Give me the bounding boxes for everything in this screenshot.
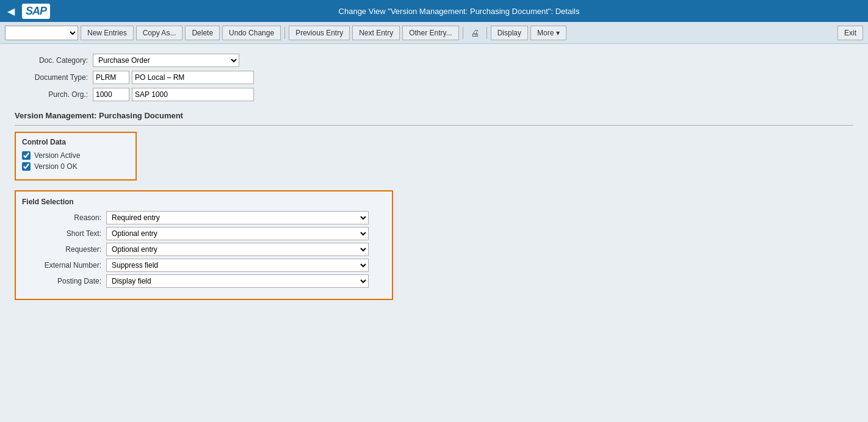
exit-button[interactable]: Exit (837, 26, 863, 40)
toolbar: New Entries Copy As... Delete Undo Chang… (0, 22, 868, 44)
doc-category-select[interactable]: Purchase Order (93, 54, 239, 67)
control-data-title: Control Data (22, 138, 126, 146)
previous-entry-button[interactable]: Previous Entry (289, 26, 350, 40)
field-selection-box: Field Selection Reason: Required entry O… (15, 190, 393, 300)
next-entry-button[interactable]: Next Entry (352, 26, 400, 40)
more-button[interactable]: More ▾ (530, 26, 566, 40)
undo-change-button[interactable]: Undo Change (222, 26, 281, 40)
version-0-ok-row: Version 0 OK (22, 162, 126, 171)
version-active-checkbox[interactable] (22, 151, 31, 160)
doc-category-label: Doc. Category: (15, 56, 88, 65)
section-divider (15, 125, 853, 126)
document-type-code[interactable]: PLRM (93, 71, 129, 84)
version-0-ok-label: Version 0 OK (34, 162, 78, 171)
control-data-box: Control Data Version Active Version 0 OK (15, 132, 137, 181)
version-active-row: Version Active (22, 151, 126, 160)
separator-1 (284, 27, 285, 39)
field-selection-title: Field Selection (22, 198, 382, 206)
document-type-desc[interactable]: PO Local – RM (132, 71, 254, 84)
doc-category-row: Doc. Category: Purchase Order (15, 54, 853, 67)
requester-label: Requester: (22, 245, 101, 254)
purch-org-code[interactable]: 1000 (93, 88, 129, 101)
external-number-select[interactable]: Required entry Optional entry Suppress f… (106, 259, 369, 272)
document-type-row: Document Type: PLRM PO Local – RM (15, 71, 853, 84)
title-bar: ◀ SAP Change View "Version Management: P… (0, 0, 868, 22)
short-text-row: Short Text: Required entry Optional entr… (22, 227, 382, 240)
toolbar-dropdown[interactable] (5, 26, 78, 40)
requester-select[interactable]: Required entry Optional entry Suppress f… (106, 243, 369, 256)
main-content: Doc. Category: Purchase Order Document T… (0, 44, 868, 422)
separator-2 (463, 27, 463, 39)
purch-org-label: Purch. Org.: (15, 90, 88, 99)
version-active-label: Version Active (34, 151, 80, 160)
other-entry-button[interactable]: Other Entry... (402, 26, 458, 40)
purch-org-desc[interactable]: SAP 1000 (132, 88, 254, 101)
display-button[interactable]: Display (491, 26, 528, 40)
back-button[interactable]: ◀ (7, 5, 15, 17)
reason-select[interactable]: Required entry Optional entry Suppress f… (106, 211, 369, 224)
delete-button[interactable]: Delete (185, 26, 220, 40)
posting-date-select[interactable]: Required entry Optional entry Suppress f… (106, 274, 369, 288)
reason-label: Reason: (22, 213, 101, 222)
new-entries-button[interactable]: New Entries (81, 26, 134, 40)
external-number-row: External Number: Required entry Optional… (22, 259, 382, 272)
version-0-ok-checkbox[interactable] (22, 162, 31, 171)
posting-date-row: Posting Date: Required entry Optional en… (22, 274, 382, 288)
posting-date-label: Posting Date: (22, 277, 101, 285)
copy-as-button[interactable]: Copy As... (136, 26, 183, 40)
purch-org-row: Purch. Org.: 1000 SAP 1000 (15, 88, 853, 101)
requester-row: Requester: Required entry Optional entry… (22, 243, 382, 256)
print-button[interactable]: 🖨 (467, 27, 483, 39)
form-section: Doc. Category: Purchase Order Document T… (15, 54, 853, 101)
section-title: Version Management: Purchasing Document (15, 111, 853, 120)
document-type-label: Document Type: (15, 73, 88, 82)
sap-logo: SAP (22, 4, 50, 19)
page-title: Change View "Version Management: Purchas… (57, 7, 861, 16)
separator-3 (486, 27, 487, 39)
external-number-label: External Number: (22, 261, 101, 270)
reason-row: Reason: Required entry Optional entry Su… (22, 211, 382, 224)
short-text-label: Short Text: (22, 229, 101, 238)
short-text-select[interactable]: Required entry Optional entry Suppress f… (106, 227, 369, 240)
